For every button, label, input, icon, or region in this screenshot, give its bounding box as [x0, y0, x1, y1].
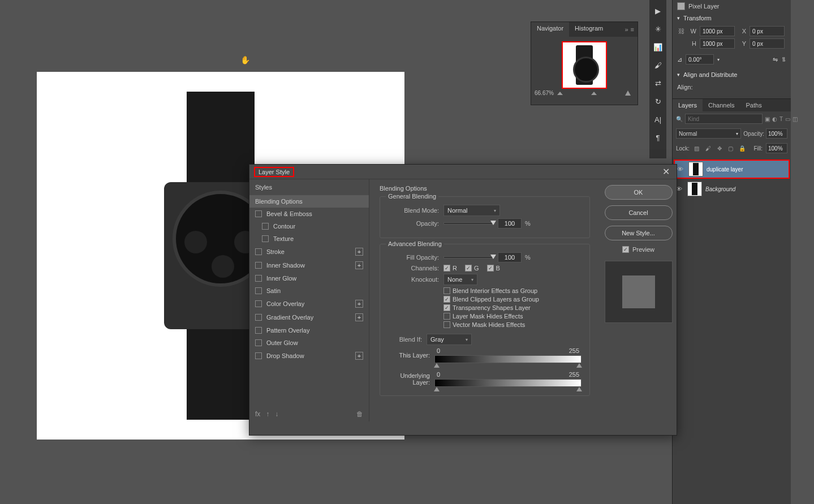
- style-checkbox[interactable]: [255, 339, 262, 346]
- adv-opt-transparency-shapes-layer[interactable]: ✓Transparency Shapes Layer: [443, 304, 582, 311]
- paragraph-icon[interactable]: ¶: [653, 132, 663, 143]
- tab-navigator[interactable]: Navigator: [531, 22, 569, 37]
- zoom-in-icon[interactable]: [625, 91, 631, 96]
- character-icon[interactable]: A|: [653, 114, 663, 124]
- style-checkbox[interactable]: [255, 275, 262, 282]
- visibility-icon[interactable]: 👁: [676, 186, 684, 192]
- layer-filter-input[interactable]: [685, 114, 763, 124]
- layer-thumbnail[interactable]: [688, 162, 703, 176]
- panel-menu-icon[interactable]: ≡: [631, 26, 634, 33]
- flip-vertical-icon[interactable]: ⥮: [781, 56, 786, 63]
- fill-opacity-input[interactable]: [498, 252, 522, 262]
- channel-r-checkbox[interactable]: ✓R: [443, 265, 457, 272]
- height-input[interactable]: [700, 38, 735, 49]
- brush-settings-icon[interactable]: 🖌: [653, 60, 663, 70]
- adv-opt-blend-clipped-layers-as-group[interactable]: ✓Blend Clipped Layers as Group: [443, 296, 582, 303]
- style-checkbox[interactable]: [255, 352, 262, 359]
- layer-fill-input[interactable]: [766, 143, 787, 153]
- add-effect-icon[interactable]: +: [355, 261, 363, 269]
- filter-image-icon[interactable]: ▣: [765, 115, 770, 123]
- lock-artboard-icon[interactable]: ▢: [727, 144, 735, 152]
- layer-opacity-input[interactable]: [766, 128, 787, 139]
- cancel-button[interactable]: Cancel: [605, 205, 673, 220]
- style-item-blending-options[interactable]: Blending Options: [249, 195, 369, 208]
- style-item-pattern-overlay[interactable]: Pattern Overlay: [249, 324, 369, 337]
- adv-opt-layer-mask-hides-effects[interactable]: Layer Mask Hides Effects: [443, 313, 582, 320]
- move-up-icon[interactable]: ↑: [266, 410, 269, 418]
- style-item-gradient-overlay[interactable]: Gradient Overlay+: [249, 311, 369, 324]
- tab-layers[interactable]: Layers: [673, 99, 703, 111]
- close-icon[interactable]: ✕: [660, 166, 672, 177]
- fx-icon[interactable]: fx: [255, 410, 260, 418]
- checkbox-icon[interactable]: [443, 287, 450, 294]
- visibility-icon[interactable]: 👁: [677, 166, 685, 173]
- checkbox-icon[interactable]: [443, 313, 450, 320]
- transform-header[interactable]: ▾ Transform: [673, 12, 791, 24]
- fill-opacity-slider[interactable]: [443, 256, 494, 259]
- opacity-input[interactable]: [498, 218, 522, 229]
- style-checkbox[interactable]: [255, 262, 262, 269]
- opacity-slider[interactable]: [443, 222, 494, 225]
- y-input[interactable]: [750, 38, 785, 49]
- style-item-drop-shadow[interactable]: Drop Shadow+: [249, 349, 369, 363]
- style-item-inner-glow[interactable]: Inner Glow: [249, 272, 369, 285]
- filter-shape-icon[interactable]: ▭: [785, 115, 790, 123]
- align-header[interactable]: ▾ Align and Distribute: [673, 69, 791, 80]
- collapse-icon[interactable]: »: [625, 26, 628, 33]
- style-checkbox[interactable]: [255, 210, 262, 217]
- style-item-bevel-emboss[interactable]: Bevel & Emboss: [249, 208, 369, 220]
- style-item-satin[interactable]: Satin: [249, 285, 369, 297]
- tab-paths[interactable]: Paths: [740, 99, 768, 111]
- lock-all-icon[interactable]: 🔒: [738, 144, 746, 152]
- new-style-button[interactable]: New Style...: [605, 226, 673, 240]
- adv-opt-vector-mask-hides-effects[interactable]: Vector Mask Hides Effects: [443, 321, 582, 328]
- lock-position-icon[interactable]: ✥: [716, 144, 723, 152]
- style-item-texture[interactable]: Texture: [249, 232, 369, 245]
- filter-type-icon[interactable]: T: [779, 115, 783, 123]
- compass-icon[interactable]: ✳: [653, 24, 663, 34]
- style-checkbox[interactable]: [262, 223, 269, 230]
- histogram-icon[interactable]: 📊: [653, 42, 663, 52]
- style-checkbox[interactable]: [255, 248, 262, 255]
- layer-item-duplicate-layer[interactable]: 👁duplicate layer: [674, 160, 790, 179]
- style-item-stroke[interactable]: Stroke+: [249, 245, 369, 259]
- style-item-contour[interactable]: Contour: [249, 220, 369, 232]
- style-item-inner-shadow[interactable]: Inner Shadow+: [249, 259, 369, 272]
- knockout-select[interactable]: None▾: [443, 274, 477, 285]
- style-checkbox[interactable]: [255, 314, 262, 321]
- channel-b-checkbox[interactable]: ✓B: [487, 265, 500, 272]
- checkbox-icon[interactable]: ✓: [443, 304, 450, 311]
- x-input[interactable]: [750, 26, 785, 36]
- blend-mode-dropdown[interactable]: Normal▾: [676, 128, 741, 139]
- tab-histogram[interactable]: Histogram: [569, 22, 609, 37]
- move-down-icon[interactable]: ↓: [275, 410, 278, 418]
- blend-if-select[interactable]: Gray▾: [427, 334, 472, 345]
- lock-transparent-icon[interactable]: ▨: [693, 144, 701, 152]
- checkbox-icon[interactable]: ✓: [443, 296, 450, 303]
- adjustments-icon[interactable]: ⇄: [653, 78, 663, 88]
- this-layer-slider[interactable]: [434, 355, 582, 363]
- add-effect-icon[interactable]: +: [355, 300, 363, 308]
- tab-channels[interactable]: Channels: [703, 99, 740, 111]
- style-checkbox[interactable]: [255, 327, 262, 334]
- layer-name[interactable]: Background: [705, 186, 735, 192]
- blend-mode-select[interactable]: Normal▾: [443, 205, 500, 216]
- adv-opt-blend-interior-effects-as-group[interactable]: Blend Interior Effects as Group: [443, 287, 582, 294]
- lock-image-icon[interactable]: 🖌: [704, 144, 712, 152]
- play-icon[interactable]: ▶: [653, 6, 663, 16]
- underlying-layer-slider[interactable]: [434, 379, 582, 387]
- style-checkbox[interactable]: [255, 300, 262, 307]
- style-item-color-overlay[interactable]: Color Overlay+: [249, 297, 369, 311]
- trash-icon[interactable]: 🗑: [356, 410, 363, 418]
- layer-thumbnail[interactable]: [687, 182, 702, 196]
- layer-name[interactable]: duplicate layer: [707, 166, 743, 173]
- ok-button[interactable]: OK: [605, 185, 673, 200]
- layer-item-background[interactable]: 👁Background: [674, 180, 790, 197]
- history-icon[interactable]: ↻: [653, 96, 663, 106]
- dialog-titlebar[interactable]: Layer Style ✕: [249, 165, 677, 179]
- style-checkbox[interactable]: [262, 235, 269, 242]
- link-wh-icon[interactable]: ⛓: [677, 28, 685, 35]
- preview-checkbox[interactable]: ✓ Preview: [622, 246, 654, 253]
- zoom-out-icon[interactable]: [557, 92, 563, 95]
- filter-adjust-icon[interactable]: ◐: [772, 115, 777, 123]
